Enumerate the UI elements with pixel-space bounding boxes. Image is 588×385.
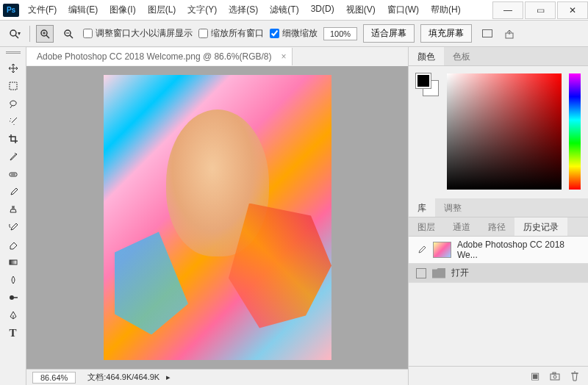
gradient-tool[interactable] bbox=[4, 254, 23, 270]
fill-screen-button[interactable]: 填充屏幕 bbox=[420, 24, 472, 43]
move-tool[interactable] bbox=[4, 60, 23, 76]
menu-3d[interactable]: 3D(D) bbox=[306, 1, 339, 19]
close-tab-icon[interactable]: × bbox=[281, 51, 286, 62]
history-snapshot[interactable]: Adobe Photoshop CC 2018 We... bbox=[409, 237, 588, 264]
artboard-icon[interactable] bbox=[482, 29, 492, 37]
menu-select[interactable]: 选择(S) bbox=[224, 1, 262, 19]
canvas-viewport[interactable] bbox=[26, 66, 408, 369]
menu-type[interactable]: 文字(Y) bbox=[183, 1, 221, 19]
panels: 颜色 色板 库 调整 图层 通道 路径 历史记录 Adobe Photo bbox=[408, 47, 588, 385]
maximize-button[interactable]: ▭ bbox=[525, 1, 556, 19]
minimize-button[interactable]: — bbox=[492, 1, 523, 19]
window-controls: — ▭ ✕ bbox=[491, 1, 588, 19]
zoom-in-button[interactable] bbox=[36, 25, 54, 43]
svg-point-16 bbox=[553, 375, 556, 378]
tab-adjustments[interactable]: 调整 bbox=[435, 198, 470, 217]
zoom-value[interactable]: 100% bbox=[323, 27, 357, 40]
separator bbox=[29, 26, 30, 42]
lasso-tool[interactable] bbox=[4, 96, 23, 112]
svg-rect-17 bbox=[553, 373, 556, 374]
chevron-down-icon: ▾ bbox=[18, 30, 21, 37]
menu-filter[interactable]: 滤镜(T) bbox=[265, 1, 303, 19]
options-bar: ▾ 调整窗口大小以满屏显示 缩放所有窗口 细微缩放 100% 适合屏幕 填充屏幕 bbox=[0, 21, 588, 47]
snapshot-icon[interactable]: ▣ bbox=[531, 370, 539, 381]
snapshot-thumbnail bbox=[433, 242, 451, 258]
svg-point-0 bbox=[10, 30, 16, 36]
svg-line-8 bbox=[70, 35, 73, 38]
menu-edit[interactable]: 编辑(E) bbox=[64, 1, 102, 19]
svg-rect-10 bbox=[10, 82, 17, 90]
tab-paths[interactable]: 路径 bbox=[479, 217, 514, 236]
menu-view[interactable]: 视图(V) bbox=[342, 1, 380, 19]
history-step[interactable]: 打开 bbox=[409, 264, 588, 283]
tab-layers[interactable]: 图层 bbox=[409, 217, 444, 236]
clone-stamp-tool[interactable] bbox=[4, 201, 23, 217]
svg-rect-12 bbox=[10, 260, 17, 265]
menu-image[interactable]: 图像(I) bbox=[105, 1, 140, 19]
fit-screen-button[interactable]: 适合屏幕 bbox=[363, 24, 415, 43]
share-icon[interactable] bbox=[504, 29, 514, 39]
canvas-image bbox=[104, 75, 331, 360]
svg-rect-15 bbox=[551, 374, 559, 380]
color-field[interactable] bbox=[447, 73, 562, 190]
history-step-label: 打开 bbox=[451, 267, 469, 279]
pen-tool[interactable] bbox=[4, 307, 23, 323]
snapshot-name: Adobe Photoshop CC 2018 We... bbox=[457, 240, 581, 260]
marquee-tool[interactable] bbox=[4, 78, 23, 94]
trash-icon[interactable] bbox=[570, 371, 579, 381]
chevron-right-icon: ▸ bbox=[166, 373, 171, 381]
tab-swatches[interactable]: 色板 bbox=[444, 47, 479, 65]
status-zoom[interactable]: 86.64% bbox=[32, 372, 76, 384]
document-tab-title: Adobe Photoshop CC 2018 Welcome.png @ 86… bbox=[37, 51, 271, 62]
brush-tool[interactable] bbox=[4, 184, 23, 200]
menu-layer[interactable]: 图层(L) bbox=[143, 1, 181, 19]
status-docinfo[interactable]: 文档:464.9K/464.9K ▸ bbox=[87, 372, 171, 383]
camera-icon[interactable] bbox=[550, 372, 560, 381]
foreground-color[interactable] bbox=[416, 73, 431, 88]
document-icon bbox=[432, 268, 445, 278]
grip-icon[interactable] bbox=[6, 51, 21, 56]
tab-channels[interactable]: 通道 bbox=[444, 217, 479, 236]
zoom-all-checkbox[interactable]: 缩放所有窗口 bbox=[198, 27, 264, 40]
document-area: Adobe Photoshop CC 2018 Welcome.png @ 86… bbox=[26, 47, 408, 385]
resize-window-checkbox[interactable]: 调整窗口大小以满屏显示 bbox=[83, 27, 193, 40]
toolbox: T bbox=[0, 47, 26, 385]
menu-window[interactable]: 窗口(W) bbox=[383, 1, 423, 19]
tab-color[interactable]: 颜色 bbox=[409, 47, 444, 65]
dodge-tool[interactable] bbox=[4, 289, 23, 306]
magic-wand-tool[interactable] bbox=[4, 113, 23, 129]
blur-tool[interactable] bbox=[4, 272, 23, 288]
history-brush-icon bbox=[416, 245, 427, 255]
svg-point-13 bbox=[10, 295, 14, 300]
tab-history[interactable]: 历史记录 bbox=[514, 217, 567, 236]
app-logo: Ps bbox=[3, 4, 19, 17]
eraser-tool[interactable] bbox=[4, 237, 23, 253]
history-brush-tool[interactable] bbox=[4, 219, 23, 235]
zoom-tool-preset[interactable]: ▾ bbox=[6, 25, 24, 43]
menu-file[interactable]: 文件(F) bbox=[24, 1, 61, 19]
svg-line-5 bbox=[46, 35, 49, 38]
status-bar: 86.64% 文档:464.9K/464.9K ▸ bbox=[26, 369, 408, 385]
tab-library[interactable]: 库 bbox=[409, 198, 435, 217]
color-panel bbox=[409, 66, 588, 198]
history-panel-footer: ▣ bbox=[409, 366, 588, 385]
history-panel: Adobe Photoshop CC 2018 We... 打开 ▣ bbox=[409, 237, 588, 385]
zoom-out-button[interactable] bbox=[60, 25, 77, 43]
healing-brush-tool[interactable] bbox=[4, 166, 23, 182]
foreground-background-swatch[interactable] bbox=[416, 73, 440, 191]
zoom-out-icon bbox=[63, 29, 74, 39]
zoom-in-icon bbox=[40, 29, 50, 39]
scrubby-zoom-checkbox[interactable]: 细微缩放 bbox=[270, 27, 318, 40]
menubar: Ps 文件(F) 编辑(E) 图像(I) 图层(L) 文字(Y) 选择(S) 滤… bbox=[0, 0, 588, 21]
type-tool[interactable]: T bbox=[4, 325, 23, 341]
document-tab[interactable]: Adobe Photoshop CC 2018 Welcome.png @ 86… bbox=[26, 48, 293, 65]
document-tabs: Adobe Photoshop CC 2018 Welcome.png @ 86… bbox=[26, 47, 408, 66]
crop-tool[interactable] bbox=[4, 131, 23, 147]
eyedropper-tool[interactable] bbox=[4, 148, 23, 165]
hue-slider[interactable] bbox=[569, 73, 581, 190]
checkbox-icon[interactable] bbox=[416, 268, 426, 278]
close-button[interactable]: ✕ bbox=[557, 1, 588, 19]
menu-help[interactable]: 帮助(H) bbox=[426, 1, 465, 19]
